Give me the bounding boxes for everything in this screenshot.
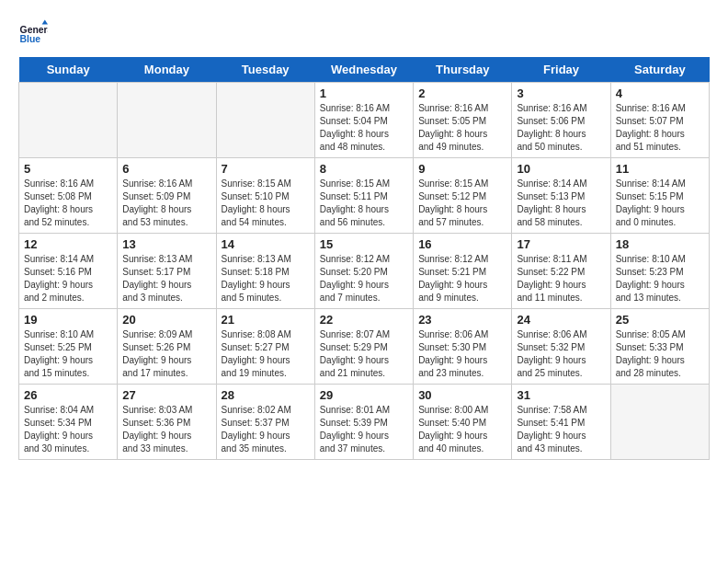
calendar-cell-w4d6 [610,385,709,460]
day-number: 2 [418,86,506,100]
day-number: 4 [616,86,704,100]
logo-icon: General Blue [18,18,48,48]
calendar-cell-w3d1: 20Sunrise: 8:09 AM Sunset: 5:26 PM Dayli… [118,309,216,385]
calendar-cell-w2d0: 12Sunrise: 8:14 AM Sunset: 5:16 PM Dayli… [19,234,118,309]
calendar-cell-w2d5: 17Sunrise: 8:11 AM Sunset: 5:22 PM Dayli… [512,234,610,309]
day-number: 16 [418,237,506,251]
day-number: 10 [517,162,605,176]
day-number: 17 [517,237,605,251]
day-info: Sunrise: 8:16 AM Sunset: 5:07 PM Dayligh… [616,102,704,154]
day-info: Sunrise: 8:16 AM Sunset: 5:05 PM Dayligh… [418,102,506,154]
day-number: 26 [24,388,112,402]
day-info: Sunrise: 8:14 AM Sunset: 5:15 PM Dayligh… [616,178,704,229]
day-number: 25 [616,313,704,327]
day-info: Sunrise: 8:14 AM Sunset: 5:13 PM Dayligh… [517,178,605,229]
day-number: 11 [616,162,704,176]
day-number: 12 [24,237,112,251]
calendar-cell-w4d2: 28Sunrise: 8:02 AM Sunset: 5:37 PM Dayli… [216,385,314,460]
day-info: Sunrise: 8:16 AM Sunset: 5:09 PM Dayligh… [122,178,210,229]
logo: General Blue [18,18,51,48]
day-number: 3 [517,86,605,100]
calendar-cell-w1d6: 11Sunrise: 8:14 AM Sunset: 5:15 PM Dayli… [610,158,709,234]
weekday-header-sunday: Sunday [19,57,118,83]
calendar-cell-w2d3: 15Sunrise: 8:12 AM Sunset: 5:20 PM Dayli… [314,234,413,309]
calendar-cell-w0d3: 1Sunrise: 8:16 AM Sunset: 5:04 PM Daylig… [314,83,413,158]
day-info: Sunrise: 8:12 AM Sunset: 5:20 PM Dayligh… [320,253,408,304]
day-number: 22 [320,313,408,327]
calendar-cell-w0d4: 2Sunrise: 8:16 AM Sunset: 5:05 PM Daylig… [414,83,512,158]
day-number: 5 [24,162,112,176]
calendar-cell-w0d0 [19,83,118,158]
day-info: Sunrise: 8:06 AM Sunset: 5:32 PM Dayligh… [517,328,605,380]
day-number: 14 [222,237,310,251]
day-info: Sunrise: 8:15 AM Sunset: 5:12 PM Dayligh… [418,178,506,229]
day-number: 6 [122,162,210,176]
calendar-cell-w0d2 [216,83,314,158]
day-number: 24 [517,313,605,327]
day-info: Sunrise: 8:16 AM Sunset: 5:04 PM Dayligh… [320,102,408,154]
weekday-header-friday: Friday [512,57,610,83]
calendar-cell-w1d1: 6Sunrise: 8:16 AM Sunset: 5:09 PM Daylig… [118,158,216,234]
calendar-cell-w3d4: 23Sunrise: 8:06 AM Sunset: 5:30 PM Dayli… [414,309,512,385]
calendar-cell-w4d4: 30Sunrise: 8:00 AM Sunset: 5:40 PM Dayli… [414,385,512,460]
day-info: Sunrise: 8:03 AM Sunset: 5:36 PM Dayligh… [122,404,210,455]
calendar-cell-w1d5: 10Sunrise: 8:14 AM Sunset: 5:13 PM Dayli… [512,158,610,234]
calendar-cell-w1d4: 9Sunrise: 8:15 AM Sunset: 5:12 PM Daylig… [414,158,512,234]
day-info: Sunrise: 8:06 AM Sunset: 5:30 PM Dayligh… [418,328,506,380]
day-info: Sunrise: 8:11 AM Sunset: 5:22 PM Dayligh… [517,253,605,304]
weekday-header-monday: Monday [118,57,216,83]
day-info: Sunrise: 8:01 AM Sunset: 5:39 PM Dayligh… [320,404,408,455]
day-number: 18 [616,237,704,251]
day-number: 30 [418,388,506,402]
svg-text:Blue: Blue [20,34,41,44]
weekday-header-tuesday: Tuesday [216,57,314,83]
day-number: 8 [320,162,408,176]
day-info: Sunrise: 8:14 AM Sunset: 5:16 PM Dayligh… [24,253,112,304]
day-info: Sunrise: 8:13 AM Sunset: 5:17 PM Dayligh… [122,253,210,304]
day-info: Sunrise: 8:09 AM Sunset: 5:26 PM Dayligh… [122,328,210,380]
day-info: Sunrise: 8:05 AM Sunset: 5:33 PM Dayligh… [616,328,704,380]
calendar-cell-w1d2: 7Sunrise: 8:15 AM Sunset: 5:10 PM Daylig… [216,158,314,234]
day-number: 31 [517,388,605,402]
svg-marker-2 [42,20,48,25]
day-info: Sunrise: 8:12 AM Sunset: 5:21 PM Dayligh… [418,253,506,304]
day-number: 28 [222,388,310,402]
page-header: General Blue [18,18,710,48]
weekday-header-thursday: Thursday [414,57,512,83]
day-info: Sunrise: 7:58 AM Sunset: 5:41 PM Dayligh… [517,404,605,455]
calendar-cell-w1d3: 8Sunrise: 8:15 AM Sunset: 5:11 PM Daylig… [314,158,413,234]
weekday-header-saturday: Saturday [610,57,709,83]
day-number: 20 [122,313,210,327]
calendar-cell-w0d6: 4Sunrise: 8:16 AM Sunset: 5:07 PM Daylig… [610,83,709,158]
day-number: 27 [122,388,210,402]
calendar-table: SundayMondayTuesdayWednesdayThursdayFrid… [18,57,710,460]
calendar-cell-w3d5: 24Sunrise: 8:06 AM Sunset: 5:32 PM Dayli… [512,309,610,385]
day-number: 1 [320,86,408,100]
calendar-cell-w3d6: 25Sunrise: 8:05 AM Sunset: 5:33 PM Dayli… [610,309,709,385]
day-number: 13 [122,237,210,251]
day-number: 29 [320,388,408,402]
weekday-header-wednesday: Wednesday [314,57,413,83]
day-number: 23 [418,313,506,327]
calendar-cell-w3d0: 19Sunrise: 8:10 AM Sunset: 5:25 PM Dayli… [19,309,118,385]
calendar-cell-w2d2: 14Sunrise: 8:13 AM Sunset: 5:18 PM Dayli… [216,234,314,309]
day-info: Sunrise: 8:08 AM Sunset: 5:27 PM Dayligh… [222,328,310,380]
day-number: 7 [222,162,310,176]
day-number: 19 [24,313,112,327]
day-info: Sunrise: 8:15 AM Sunset: 5:11 PM Dayligh… [320,178,408,229]
day-info: Sunrise: 8:15 AM Sunset: 5:10 PM Dayligh… [222,178,310,229]
day-info: Sunrise: 8:10 AM Sunset: 5:25 PM Dayligh… [24,328,112,380]
svg-text:General: General [20,25,48,35]
day-number: 9 [418,162,506,176]
day-info: Sunrise: 8:16 AM Sunset: 5:06 PM Dayligh… [517,102,605,154]
day-number: 15 [320,237,408,251]
calendar-cell-w3d2: 21Sunrise: 8:08 AM Sunset: 5:27 PM Dayli… [216,309,314,385]
calendar-cell-w3d3: 22Sunrise: 8:07 AM Sunset: 5:29 PM Dayli… [314,309,413,385]
day-info: Sunrise: 8:10 AM Sunset: 5:23 PM Dayligh… [616,253,704,304]
day-info: Sunrise: 8:02 AM Sunset: 5:37 PM Dayligh… [222,404,310,455]
calendar-cell-w4d5: 31Sunrise: 7:58 AM Sunset: 5:41 PM Dayli… [512,385,610,460]
calendar-cell-w0d1 [118,83,216,158]
day-info: Sunrise: 8:04 AM Sunset: 5:34 PM Dayligh… [24,404,112,455]
day-info: Sunrise: 8:16 AM Sunset: 5:08 PM Dayligh… [24,178,112,229]
calendar-cell-w4d3: 29Sunrise: 8:01 AM Sunset: 5:39 PM Dayli… [314,385,413,460]
